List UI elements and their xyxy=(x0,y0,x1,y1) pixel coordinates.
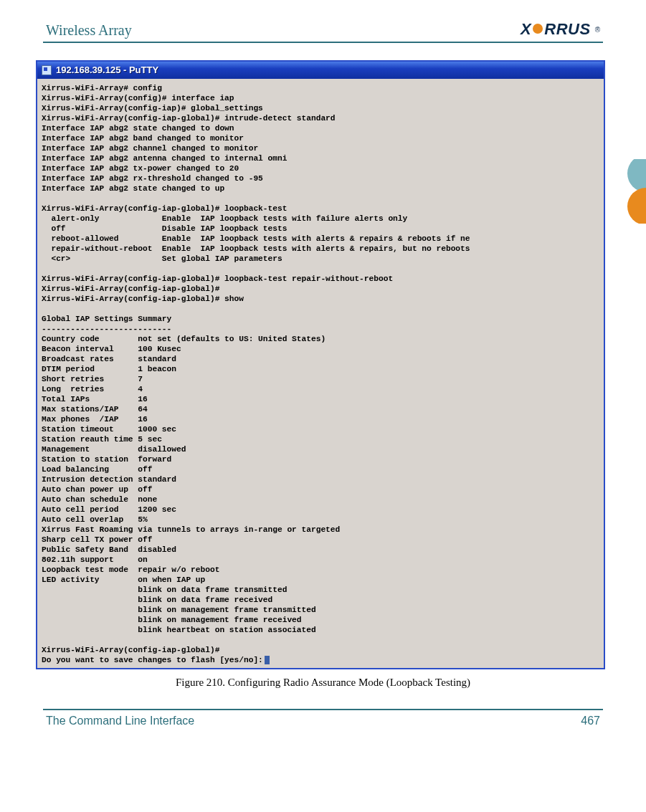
header-rule xyxy=(43,42,603,43)
brand-logo: X RRUS ® xyxy=(521,20,600,39)
page-header: Wireless Array X RRUS ® xyxy=(43,20,603,40)
terminal-output: Xirrus-WiFi-Array# config Xirrus-WiFi-Ar… xyxy=(42,83,601,665)
brand-registered-icon: ® xyxy=(595,26,600,34)
footer-page-number: 467 xyxy=(581,715,600,727)
figure-caption: Figure 210. Configuring Radio Assurance … xyxy=(43,677,603,689)
terminal-body: Xirrus-WiFi-Array# config Xirrus-WiFi-Ar… xyxy=(37,79,604,668)
putty-icon xyxy=(42,65,52,75)
brand-text-left: X xyxy=(521,20,531,39)
terminal-title: 192.168.39.125 - PuTTY xyxy=(56,65,158,75)
page-title: Wireless Array xyxy=(46,22,132,39)
page-footer: The Command Line Interface 467 xyxy=(43,710,603,727)
terminal-cursor-icon xyxy=(265,656,270,664)
footer-section: The Command Line Interface xyxy=(46,715,194,727)
brand-text-right: RRUS xyxy=(544,20,590,39)
terminal-titlebar: 192.168.39.125 - PuTTY xyxy=(37,62,604,79)
brand-dot-icon xyxy=(533,24,543,34)
side-tab-icon xyxy=(627,159,646,224)
terminal-window: 192.168.39.125 - PuTTY Xirrus-WiFi-Array… xyxy=(36,60,605,669)
